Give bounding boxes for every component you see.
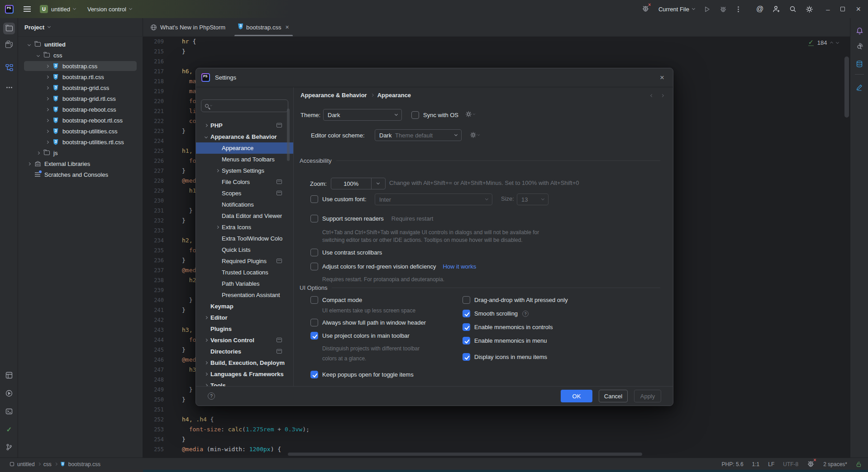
chevron-up-icon[interactable] (830, 42, 833, 45)
window-close-button[interactable]: × (856, 5, 861, 14)
redgreen-checkbox[interactable] (310, 263, 318, 270)
font-size-select[interactable]: 13 (517, 194, 548, 205)
settings-tree-item[interactable]: Scopes (196, 188, 293, 199)
line-ending-widget[interactable]: LF (768, 461, 774, 467)
editor-vertical-scrollbar[interactable] (844, 57, 849, 118)
apply-button[interactable]: Apply (634, 390, 661, 402)
option-checkbox[interactable] (310, 296, 318, 304)
structure-tool-button[interactable] (3, 61, 15, 73)
project-tree-item[interactable]: External Libraries (18, 158, 143, 169)
chevron-down-icon[interactable] (836, 40, 839, 43)
vcs-widget[interactable]: Version control (87, 6, 132, 13)
code-line[interactable]: 253 font-size: calc(1.275rem + 0.3vw); (143, 425, 850, 434)
settings-tree-item[interactable]: Path Variables (196, 278, 293, 289)
project-tree-item[interactable]: Scratches and Consoles (18, 169, 143, 180)
project-tree-item[interactable]: js (18, 147, 143, 158)
breadcrumb-item[interactable]: css (43, 461, 52, 467)
forward-icon[interactable] (661, 94, 664, 97)
caret-position-widget[interactable]: 1:1 (752, 461, 760, 467)
project-tree-item[interactable]: bootstrap.css (18, 61, 143, 71)
code-line[interactable]: 216 (143, 57, 850, 66)
main-menu-button[interactable] (22, 9, 33, 9)
settings-tree-item[interactable]: PHP (196, 120, 293, 131)
settings-tree-item[interactable]: Version Control (196, 335, 293, 346)
option-row[interactable]: Keep popups open for toggle items (310, 371, 414, 378)
settings-tree-item[interactable]: Keymap (196, 301, 293, 312)
code-line[interactable]: 209hr { (143, 37, 850, 47)
settings-tree-item[interactable]: Plugins (196, 323, 293, 335)
settings-tree-scrollbar[interactable] (287, 109, 290, 161)
sync-with-os-option[interactable]: Sync with OS (411, 111, 475, 119)
option-checkbox[interactable] (463, 296, 470, 304)
theme-select[interactable]: Dark (323, 109, 402, 121)
code-line[interactable]: 215} (143, 47, 850, 57)
window-minimize-button[interactable]: – (826, 5, 830, 13)
project-widget[interactable]: U untitled (40, 5, 76, 13)
debug-button[interactable] (720, 5, 727, 13)
writable-lock-icon[interactable] (856, 461, 862, 467)
option-checkbox[interactable] (463, 310, 470, 317)
settings-tree-item[interactable]: Appearance & Behavior (196, 131, 293, 142)
settings-tree-item[interactable]: Notifications (196, 199, 293, 210)
custom-font-select[interactable]: Inter (375, 194, 492, 205)
problems-tool-button[interactable]: ✓ (3, 424, 15, 435)
back-icon[interactable] (650, 94, 653, 97)
code-line[interactable]: 252h4, .h4 { (143, 415, 850, 425)
more-tools-button[interactable] (3, 81, 15, 93)
code-line[interactable]: 254} (143, 434, 850, 444)
option-checkbox[interactable] (463, 323, 470, 331)
project-tree-item[interactable]: css (18, 50, 143, 61)
code-with-me-icon[interactable] (773, 5, 780, 13)
search-everywhere-icon[interactable] (789, 5, 796, 13)
project-tree-item[interactable]: bootstrap-reboot.rtl.css (18, 115, 143, 126)
screen-readers-option[interactable]: Support screen readers Requires restart (310, 215, 433, 222)
code-line[interactable]: 251 (143, 405, 850, 415)
help-icon[interactable]: ? (522, 311, 529, 317)
redgreen-option[interactable]: Adjust colors for red-green vision defic… (310, 263, 476, 270)
settings-tree-item[interactable]: Directories (196, 346, 293, 357)
settings-tree-item[interactable]: System Settings (196, 165, 293, 176)
settings-search-input[interactable] (214, 103, 268, 109)
settings-tree-item[interactable]: Extra Icons (196, 222, 293, 233)
inspection-status-icon[interactable]: × (807, 460, 815, 469)
inspection-widget[interactable]: ✓ 184 (808, 38, 839, 47)
project-tree-item[interactable]: bootstrap-reboot.css (18, 104, 143, 115)
run-tool-button[interactable] (3, 387, 15, 399)
settings-tree-item[interactable]: Extra ToolWindow Colo (196, 233, 293, 244)
ai-assistant-icon[interactable]: @ (756, 5, 763, 13)
option-row[interactable]: Always show full path in window header (310, 319, 426, 326)
settings-tree-item[interactable]: File Colors (196, 176, 293, 188)
project-tree-item[interactable]: bootstrap-grid.rtl.css (18, 93, 143, 104)
breadcrumb-item[interactable]: untitled (17, 461, 35, 467)
project-tree-item[interactable]: bootstrap-grid.css (18, 82, 143, 93)
cancel-button[interactable]: Cancel (599, 390, 628, 402)
settings-tree-item[interactable]: Trusted Locations (196, 267, 293, 278)
custom-font-option[interactable]: Use custom font: (310, 195, 367, 203)
php-version-widget[interactable]: PHP: 5.6 (722, 461, 744, 467)
encoding-widget[interactable]: UTF-8 (783, 461, 798, 467)
option-row[interactable]: Smooth scrolling? (463, 310, 529, 317)
services-tool-button[interactable] (3, 369, 15, 381)
project-tree-item[interactable]: bootstrap-utilities.css (18, 126, 143, 137)
option-checkbox[interactable] (310, 371, 318, 378)
option-row[interactable]: Drag-and-drop with Alt pressed only (463, 296, 568, 304)
option-checkbox[interactable] (310, 332, 318, 340)
settings-tree-item[interactable]: Data Editor and Viewer (196, 210, 293, 222)
breadcrumb-item[interactable]: Appearance & Behavior (300, 92, 367, 99)
breadcrumb-item[interactable]: bootstrap.css (68, 461, 100, 467)
scheme-options-gear-icon[interactable] (470, 132, 480, 140)
settings-tree-item[interactable]: Languages & Frameworks (196, 368, 293, 380)
editor-tab[interactable]: bootstrap.css× (232, 18, 296, 36)
window-maximize-button[interactable] (840, 7, 845, 11)
notifications-tool-button[interactable] (854, 25, 865, 37)
run-button[interactable] (704, 6, 711, 13)
version-control-tool-button[interactable] (3, 441, 15, 453)
close-icon[interactable]: × (658, 73, 667, 82)
tab-close-icon[interactable]: × (285, 24, 289, 31)
settings-tree-item[interactable]: Quick Lists (196, 244, 293, 255)
settings-tree-item[interactable]: Editor (196, 312, 293, 323)
help-icon[interactable]: ? (208, 392, 215, 400)
contrast-scrollbars-option[interactable]: Use contrast scrollbars (310, 249, 382, 256)
scheme-select[interactable]: Dark Theme default (375, 129, 462, 141)
find-tool-button[interactable] (854, 40, 865, 52)
